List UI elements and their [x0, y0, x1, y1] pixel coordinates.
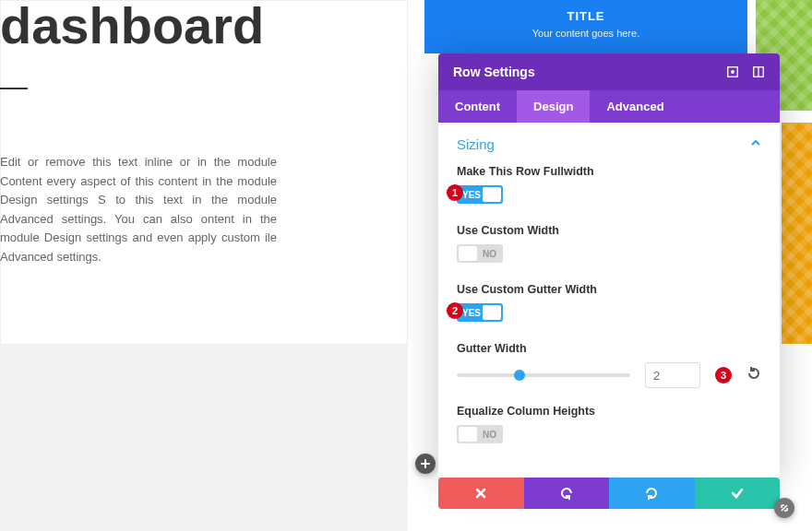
section-sizing-body: Make This Row Fullwidth 1 YES Use Custom… — [438, 165, 780, 473]
add-fab[interactable] — [415, 454, 436, 474]
toggle-yes: YES — [462, 190, 481, 200]
resize-fab[interactable] — [774, 498, 794, 518]
field-equalize: Equalize Column Heights NO — [457, 405, 761, 447]
annotation-2: 2 — [447, 302, 463, 319]
equalize-toggle[interactable]: NO — [457, 425, 503, 443]
toggle-yes: YES — [462, 308, 481, 318]
gutter-width-slider[interactable] — [457, 373, 630, 377]
redo-button[interactable] — [609, 478, 695, 509]
section-sizing-header[interactable]: Sizing — [438, 123, 780, 165]
card-subtitle: Your content goes here. — [424, 28, 747, 39]
toggle-no: NO — [483, 430, 496, 440]
undo-button[interactable] — [524, 478, 610, 509]
action-bar — [438, 478, 780, 509]
bg-card-orange — [782, 123, 812, 344]
field-gutter-width: Gutter Width 3 — [457, 342, 761, 388]
custom-gutter-toggle[interactable]: YES — [457, 303, 503, 322]
card-title: TITLE — [424, 9, 747, 23]
field-fullwidth: Make This Row Fullwidth 1 YES — [457, 165, 761, 207]
toggle-knob — [459, 246, 477, 261]
section-sizing-title: Sizing — [457, 136, 495, 152]
toggle-knob — [483, 305, 501, 320]
custom-width-label: Use Custom Width — [457, 224, 761, 237]
toggle-knob — [459, 427, 477, 442]
field-custom-gutter: Use Custom Gutter Width 2 YES — [457, 283, 761, 325]
title-underline — [0, 88, 28, 89]
fullwidth-label: Make This Row Fullwidth — [457, 165, 761, 178]
row-settings-panel: Row Settings Content Design Advanced Siz… — [438, 53, 780, 478]
svg-point-1 — [732, 71, 734, 73]
panel-title: Row Settings — [453, 65, 535, 79]
columns-icon[interactable] — [752, 65, 765, 78]
fullwidth-toggle[interactable]: YES — [457, 185, 503, 204]
annotation-3: 3 — [715, 367, 732, 384]
tab-design[interactable]: Design — [517, 90, 590, 123]
gutter-width-input[interactable] — [645, 362, 700, 388]
reset-icon[interactable] — [746, 366, 761, 384]
cancel-button[interactable] — [438, 478, 524, 509]
field-custom-width: Use Custom Width NO — [457, 224, 761, 266]
expand-icon[interactable] — [726, 65, 739, 78]
save-button[interactable] — [695, 478, 781, 509]
custom-width-toggle[interactable]: NO — [457, 244, 503, 263]
page-title: dashboard — [0, 0, 264, 52]
slider-thumb[interactable] — [514, 370, 525, 381]
gutter-width-label: Gutter Width — [457, 342, 761, 355]
panel-body: Sizing Make This Row Fullwidth 1 YES Use… — [438, 123, 780, 478]
equalize-label: Equalize Column Heights — [457, 405, 761, 418]
panel-header[interactable]: Row Settings — [438, 53, 780, 90]
tab-advanced[interactable]: Advanced — [590, 90, 680, 123]
chevron-up-icon — [750, 136, 761, 152]
toggle-no: NO — [483, 249, 496, 259]
annotation-1: 1 — [447, 184, 463, 201]
custom-gutter-label: Use Custom Gutter Width — [457, 283, 761, 296]
bg-card-blue: TITLE Your content goes here. — [424, 0, 747, 53]
toggle-knob — [483, 187, 501, 202]
tab-content[interactable]: Content — [438, 90, 517, 123]
tabs: Content Design Advanced — [438, 90, 780, 123]
bg-gray-area — [0, 345, 408, 531]
page-paragraph: Edit or remove this text inline or in th… — [0, 153, 277, 266]
